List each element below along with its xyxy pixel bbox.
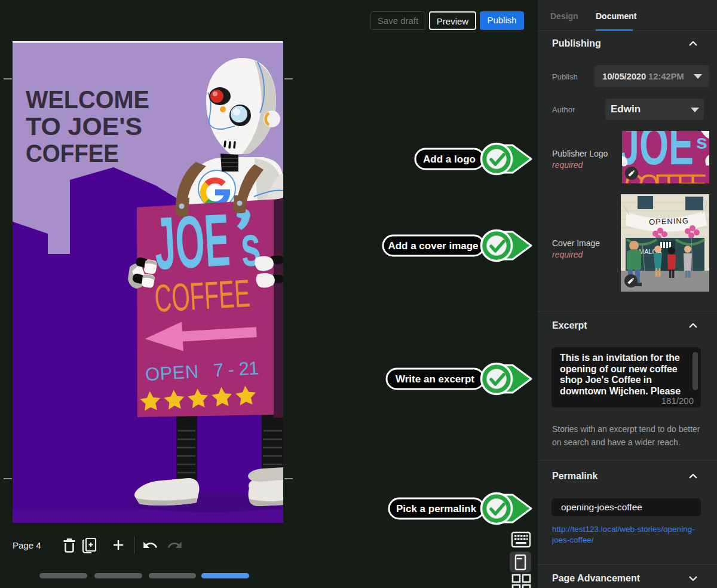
svg-text:Write an excerpt: Write an excerpt (396, 373, 474, 385)
svg-text:Add a cover image: Add a cover image (388, 240, 478, 252)
svg-text:Add a logo: Add a logo (423, 154, 476, 165)
svg-text:COFFEE: COFFEE (26, 139, 119, 167)
svg-text:OPENING: OPENING (649, 216, 689, 226)
svg-text:OPEN: OPEN (145, 361, 200, 385)
svg-text:Pick a permalink: Pick a permalink (396, 503, 477, 514)
svg-text:JOE: JOE (152, 198, 232, 285)
svg-text:COFFEE: COFFEE (154, 271, 252, 320)
svg-text:TO JOE'S: TO JOE'S (26, 112, 142, 140)
svg-text:WELCOME: WELCOME (26, 85, 149, 114)
svg-text:7 - 21: 7 - 21 (213, 357, 259, 381)
